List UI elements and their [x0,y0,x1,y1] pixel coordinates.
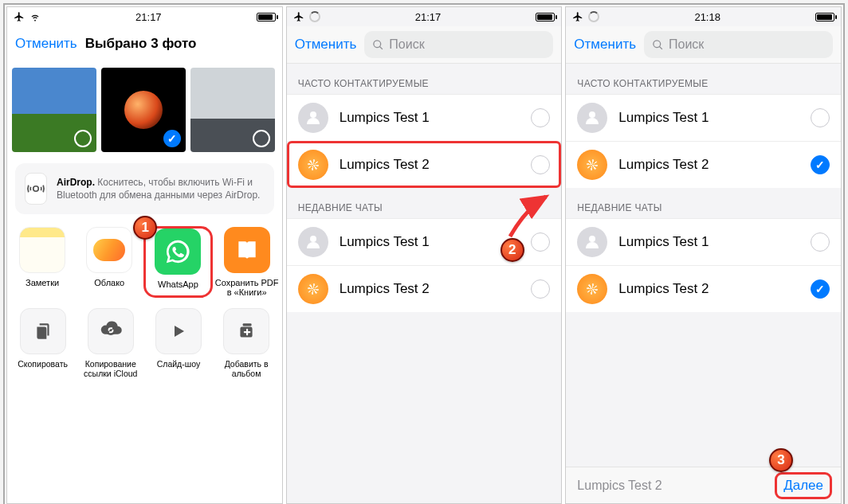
add-album-icon [236,321,257,342]
contact-row[interactable]: Lumpics Test 2 [566,141,841,188]
photo-thumb-2[interactable] [101,68,186,152]
contact-name: Lumpics Test 2 [618,157,799,173]
screen-share-sheet: 21:17 Отменить Выбрано 3 фото AirDrop. К… [6,6,283,504]
search-icon [652,39,664,51]
svg-point-5 [310,236,316,242]
select-radio[interactable] [811,232,830,252]
action-label: Добавить в альбом [214,359,279,378]
link-icon [99,319,123,343]
share-navbar: Отменить Выбрано 3 фото [7,26,282,61]
select-radio-checked[interactable] [811,155,830,174]
avatar-placeholder-icon [577,227,607,257]
step-badge-1: 1 [133,216,157,240]
picker-footer: Lumpics Test 2 Далее 3 [566,467,841,503]
status-time: 21:18 [694,11,720,23]
svg-rect-3 [243,323,252,326]
contact-name: Lumpics Test 2 [340,281,520,297]
status-bar: 21:17 [7,7,282,26]
next-button[interactable]: Далее [777,475,830,497]
books-icon [224,227,270,273]
search-input[interactable]: Поиск [364,31,553,58]
action-slideshow[interactable]: Слайд-шоу [146,308,210,378]
airdrop-text: AirDrop. Коснитесь, чтобы включить Wi-Fi… [57,176,265,201]
app-label: Сохранить PDF в «Книги» [215,278,279,297]
notes-icon [19,227,65,273]
action-icloud-link[interactable]: Копирование ссылки iCloud [78,308,143,378]
play-icon [169,322,188,341]
photo-thumb-3[interactable] [190,68,275,152]
app-label: Облако [94,278,124,287]
action-add-album[interactable]: Добавить в альбом [214,308,279,378]
photo-thumb-1[interactable] [12,68,96,152]
battery-icon [536,13,555,21]
battery-icon [815,13,834,21]
select-radio[interactable] [531,108,550,127]
svg-point-4 [310,111,316,118]
contact-row[interactable]: Lumpics Test 1 [566,94,841,141]
cancel-button[interactable]: Отменить [15,36,77,52]
status-bar: 21:17 [287,7,562,26]
screen-contact-picker: 21:17 Отменить Поиск ЧАСТО КОНТАКТИРУЕМЫ… [286,6,563,504]
battery-icon [257,13,276,21]
photo-thumbnails [7,61,282,158]
contact-name: Lumpics Test 1 [340,234,520,250]
picker-navbar: Отменить Поиск [287,26,562,64]
select-radio[interactable] [811,108,830,127]
wifi-icon [29,11,41,22]
airplane-mode-icon [14,11,25,22]
contact-name: Lumpics Test 1 [618,234,799,250]
avatar-orange-icon [577,150,607,180]
loading-spinner-icon [588,11,599,22]
avatar-orange-icon [298,274,328,304]
contact-row[interactable]: Lumpics Test 2 [287,265,562,312]
status-time: 21:17 [415,11,442,23]
status-time: 21:17 [135,11,162,23]
thumb-check[interactable] [163,130,181,147]
contact-row[interactable]: Lumpics Test 1 [566,218,841,265]
contact-row-highlighted[interactable]: Lumpics Test 2 [287,141,562,188]
airdrop-card[interactable]: AirDrop. Коснитесь, чтобы включить Wi-Fi… [15,163,274,214]
action-label: Слайд-шоу [157,359,200,369]
app-whatsapp[interactable]: WhatsApp 1 [144,227,211,297]
thumb-check[interactable] [253,130,270,147]
share-title: Выбрано 3 фото [85,36,197,52]
selected-summary: Lumpics Test 2 [577,479,662,493]
share-actions-row: Скопировать Копирование ссылки iCloud Сл… [7,300,282,386]
select-radio[interactable] [531,155,550,174]
select-radio-checked[interactable] [811,279,830,299]
app-cloud[interactable]: Облако [77,227,141,297]
app-label: Заметки [26,278,59,287]
search-input[interactable]: Поиск [644,31,833,58]
copy-icon [33,321,53,342]
avatar-orange-icon [298,150,328,180]
contact-row[interactable]: Lumpics Test 2 [566,265,841,312]
contact-row[interactable]: Lumpics Test 1 [287,94,562,141]
select-radio[interactable] [531,279,550,299]
thumb-check[interactable] [74,130,92,147]
contact-name: Lumpics Test 2 [618,281,799,297]
svg-point-7 [589,236,595,242]
contact-name: Lumpics Test 1 [340,110,520,126]
select-radio[interactable] [531,232,550,252]
app-notes[interactable]: Заметки [10,227,74,297]
share-apps-row: Заметки Облако WhatsApp 1 Сохранить PDF … [7,219,282,300]
status-bar: 21:18 [566,7,841,26]
avatar-orange-icon [577,274,607,304]
cancel-button[interactable]: Отменить [295,37,357,53]
app-label: WhatsApp [158,279,198,289]
section-recent: НЕДАВНИЕ ЧАТЫ [287,188,562,218]
action-copy[interactable]: Скопировать [10,308,75,378]
action-label: Скопировать [18,359,68,369]
cancel-button[interactable]: Отменить [574,37,636,53]
section-frequent: ЧАСТО КОНТАКТИРУЕМЫЕ [287,64,562,94]
avatar-placeholder-icon [298,227,328,257]
step-badge-3: 3 [769,448,793,472]
search-icon [372,39,384,51]
search-placeholder: Поиск [389,37,424,52]
picker-navbar: Отменить Поиск [566,26,841,64]
airplane-mode-icon [572,11,583,22]
tutorial-composite: 21:17 Отменить Выбрано 3 фото AirDrop. К… [3,3,845,504]
step-badge-2: 2 [501,238,524,262]
app-books[interactable]: Сохранить PDF в «Книги» [215,227,279,297]
avatar-placeholder-icon [298,103,328,133]
